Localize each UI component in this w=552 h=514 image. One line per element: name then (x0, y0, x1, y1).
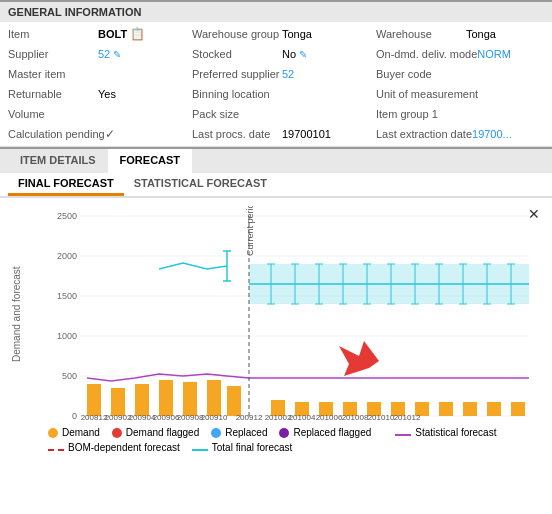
svg-rect-13 (111, 388, 125, 416)
returnable-row: Returnable Yes (0, 84, 184, 104)
subtabs-row: FINAL FORECAST STATISTICAL FORECAST (0, 173, 552, 198)
svg-rect-26 (439, 402, 453, 416)
returnable-value: Yes (98, 88, 116, 100)
stocked-label: Stocked (192, 48, 282, 60)
svg-text:2500: 2500 (57, 211, 77, 221)
legend-demand-flagged-icon (112, 428, 122, 438)
svg-rect-18 (227, 386, 241, 416)
buyer-code-label: Buyer code (376, 68, 466, 80)
calc-pending-label: Calculation pending (8, 128, 105, 140)
svg-rect-28 (487, 402, 501, 416)
item-group-row: Item group 1 (368, 104, 552, 124)
legend-bom: BOM-dependent forecast (48, 442, 180, 453)
master-item-row: Master item (0, 64, 184, 84)
legend-demand: Demand (48, 427, 100, 438)
subtab-final-forecast[interactable]: FINAL FORECAST (8, 173, 124, 196)
svg-text:0: 0 (72, 411, 77, 421)
supplier-edit-icon[interactable]: ✎ (113, 49, 121, 60)
legend-total-final-icon (192, 449, 208, 451)
item-group-label: Item group 1 (376, 108, 466, 120)
svg-text:500: 500 (62, 371, 77, 381)
svg-rect-16 (183, 382, 197, 416)
legend-replaced: Replaced (211, 427, 267, 438)
info-col-3: Warehouse Tonga On-dmd. deliv. mode NORM… (368, 22, 552, 146)
preferred-supplier-label: Preferred supplier (192, 68, 282, 80)
legend-total-final: Total final forecast (192, 442, 293, 453)
svg-rect-15 (159, 380, 173, 416)
info-grid: Item BOLT 📋 Supplier 52 ✎ Master item Re… (0, 22, 552, 147)
tab-forecast[interactable]: FORECAST (108, 149, 193, 173)
unit-row: Unit of measurement (368, 84, 552, 104)
legend-replaced-label: Replaced (225, 427, 267, 438)
legend-replaced-flagged: Replaced flagged (279, 427, 371, 438)
last-extract-label: Last extraction date (376, 128, 472, 140)
buyer-code-row: Buyer code (368, 64, 552, 84)
tab-item-details[interactable]: ITEM DETAILS (8, 149, 108, 173)
warehouse-group-label: Warehouse group (192, 28, 282, 40)
legend-replaced-flagged-label: Replaced flagged (293, 427, 371, 438)
svg-text:201006: 201006 (316, 413, 343, 421)
binning-location-row: Binning location (184, 84, 368, 104)
calc-pending-check: ✓ (105, 127, 115, 141)
warehouse-label: Warehouse (376, 28, 466, 40)
tabs-row: ITEM DETAILS FORECAST (0, 149, 552, 173)
svg-text:201012: 201012 (394, 413, 421, 421)
svg-text:2000: 2000 (57, 251, 77, 261)
preferred-supplier-value[interactable]: 52 (282, 68, 294, 80)
binning-location-label: Binning location (192, 88, 282, 100)
chart-container: Demand and forecast ✕ 2500 2000 1500 100… (0, 198, 552, 465)
warehouse-value: Tonga (466, 28, 496, 40)
svg-text:200910: 200910 (201, 413, 228, 421)
chart-legend: Demand Demand flagged Replaced Replaced … (8, 423, 544, 457)
chart-svg: 2500 2000 1500 1000 500 0 (24, 206, 544, 421)
unit-label: Unit of measurement (376, 88, 478, 100)
warehouse-group-value: Tonga (282, 28, 312, 40)
legend-statistical: Statistical forecast (395, 427, 496, 438)
legend-demand-flagged-label: Demand flagged (126, 427, 199, 438)
copy-icon[interactable]: 📋 (130, 27, 145, 41)
info-col-2: Warehouse group Tonga Stocked No ✎ Prefe… (184, 22, 368, 146)
expand-icon[interactable]: ✕ (528, 206, 540, 222)
supplier-label: Supplier (8, 48, 98, 60)
last-proc-date-value: 19700101 (282, 128, 331, 140)
volume-label: Volume (8, 108, 98, 120)
preferred-supplier-row: Preferred supplier 52 (184, 64, 368, 84)
on-dmd-label: On-dmd. deliv. mode (376, 48, 477, 60)
svg-text:200912: 200912 (236, 413, 263, 421)
tabs-section: ITEM DETAILS FORECAST (0, 147, 552, 173)
legend-demand-label: Demand (62, 427, 100, 438)
legend-statistical-label: Statistical forecast (415, 427, 496, 438)
svg-rect-29 (511, 402, 525, 416)
legend-total-final-label: Total final forecast (212, 442, 293, 453)
master-item-label: Master item (8, 68, 98, 80)
chart-inner: Demand and forecast ✕ 2500 2000 1500 100… (8, 206, 544, 423)
svg-rect-27 (463, 402, 477, 416)
legend-replaced-icon (211, 428, 221, 438)
returnable-label: Returnable (8, 88, 98, 100)
warehouse-row: Warehouse Tonga (368, 24, 552, 44)
on-dmd-row: On-dmd. deliv. mode NORM (368, 44, 552, 64)
general-info-header: GENERAL INFORMATION (0, 0, 552, 22)
pack-size-label: Pack size (192, 108, 282, 120)
subtab-statistical-forecast[interactable]: STATISTICAL FORECAST (124, 173, 277, 196)
warehouse-group-row: Warehouse group Tonga (184, 24, 368, 44)
svg-marker-68 (339, 341, 379, 376)
svg-text:201008: 201008 (342, 413, 369, 421)
legend-demand-icon (48, 428, 58, 438)
item-row: Item BOLT 📋 (0, 24, 184, 44)
item-label: Item (8, 28, 98, 40)
legend-demand-flagged: Demand flagged (112, 427, 199, 438)
on-dmd-value: NORM (477, 48, 511, 60)
stocked-edit-icon[interactable]: ✎ (299, 49, 307, 60)
calc-pending-row: Calculation pending ✓ (0, 124, 184, 144)
item-value: BOLT (98, 28, 127, 40)
stocked-value: No (282, 48, 296, 60)
supplier-value[interactable]: 52 (98, 48, 110, 60)
last-proc-date-label: Last procs. date (192, 128, 282, 140)
y-axis-label: Demand and forecast (8, 206, 24, 423)
legend-bom-label: BOM-dependent forecast (68, 442, 180, 453)
pack-size-row: Pack size (184, 104, 368, 124)
svg-text:1000: 1000 (57, 331, 77, 341)
legend-statistical-icon (395, 434, 411, 436)
legend-bom-icon (48, 449, 64, 451)
